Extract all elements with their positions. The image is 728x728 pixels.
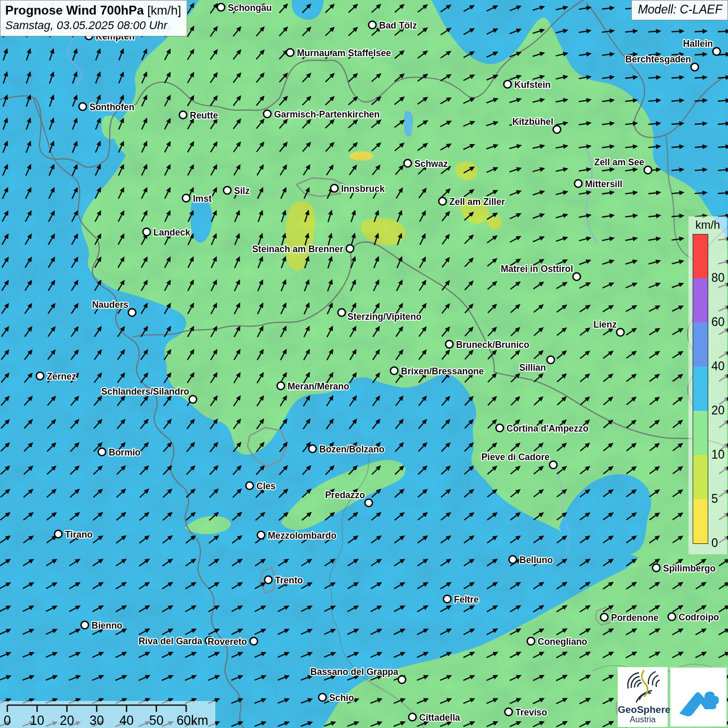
city-label: Pieve di Cadore bbox=[482, 452, 550, 462]
city-label: Tirano bbox=[65, 529, 93, 540]
model-label: Modell: C-LAEF bbox=[638, 3, 722, 16]
city-label: Trento bbox=[275, 575, 303, 586]
geosphere-name: GeoSphere bbox=[618, 705, 668, 715]
city-marker bbox=[713, 48, 720, 55]
city-marker bbox=[504, 81, 511, 88]
mountain-cloud-logo bbox=[670, 667, 727, 727]
city-marker bbox=[691, 63, 698, 71]
city-marker bbox=[319, 694, 326, 701]
legend-tick-label: 80 bbox=[711, 271, 725, 285]
map-title-unit: [km/h] bbox=[147, 3, 181, 17]
city-marker bbox=[496, 424, 503, 432]
city-marker bbox=[98, 448, 106, 456]
city-marker bbox=[36, 372, 44, 380]
city-label: Sillian bbox=[519, 362, 546, 373]
legend-tick-label: 0 bbox=[711, 536, 718, 550]
city-marker bbox=[404, 160, 411, 167]
city-marker bbox=[179, 111, 187, 119]
city-marker bbox=[575, 180, 582, 187]
city-marker bbox=[128, 309, 136, 316]
city-marker bbox=[277, 382, 284, 389]
city-marker bbox=[338, 309, 345, 316]
city-label: Garmisch-Partenkirchen bbox=[274, 109, 380, 120]
city-marker bbox=[439, 198, 446, 205]
city-label: Rovereto bbox=[207, 636, 247, 647]
city-marker bbox=[246, 482, 253, 489]
scale-bar-label: 0 bbox=[4, 713, 11, 727]
city-label: Lienz bbox=[593, 319, 617, 330]
scale-bar-label: 20 bbox=[60, 713, 74, 727]
map-subtitle: Samstag, 03.05.2025 08:00 Uhr bbox=[5, 19, 182, 32]
city-label: Berchtesgaden bbox=[626, 54, 691, 64]
geosphere-yellow-contour bbox=[642, 671, 647, 696]
city-label: Zell am Ziller bbox=[449, 197, 505, 207]
city-label: Innsbruck bbox=[341, 184, 385, 194]
city-label: Treviso bbox=[515, 707, 547, 718]
city-label: Nauders bbox=[92, 300, 128, 310]
title-box: Prognose Wind 700hPa [km/h] Samstag, 03.… bbox=[0, 0, 187, 36]
city-label: Cortina d'Ampezzo bbox=[506, 423, 589, 434]
legend-tick-label: 60 bbox=[711, 315, 725, 329]
map-title: Prognose Wind 700hPa bbox=[5, 3, 144, 17]
city-label: Sterzing/Vipiteno bbox=[347, 311, 422, 322]
city-marker bbox=[653, 564, 660, 571]
wind-forecast-map: SchongauBad TölzKemptenMurnau am Staffel… bbox=[0, 0, 728, 728]
mountain-cloud-shape bbox=[679, 691, 719, 716]
scale-bar-ticks bbox=[7, 705, 186, 712]
geosphere-country: Austria bbox=[618, 715, 668, 724]
legend-tick-label: 40 bbox=[711, 359, 725, 373]
city-marker bbox=[527, 638, 535, 645]
city-label: Silz bbox=[234, 186, 250, 196]
scale-bar-label: 60km bbox=[176, 713, 208, 727]
city-label: Spilimbergo bbox=[663, 563, 716, 574]
legend-segment bbox=[693, 322, 708, 367]
scale-bar-label: 30 bbox=[89, 713, 104, 727]
city-label: Kitzbühel bbox=[512, 116, 553, 127]
city-label: Kufstein bbox=[514, 80, 551, 90]
legend-tick-label: 10 bbox=[711, 448, 725, 462]
city-label: Codroipo bbox=[679, 612, 719, 622]
legend-segment bbox=[693, 278, 708, 323]
city-label: Mittersill bbox=[585, 179, 622, 189]
legend-segment bbox=[693, 455, 708, 500]
city-marker bbox=[250, 638, 257, 645]
city-label: Landeck bbox=[153, 227, 190, 238]
city-marker bbox=[553, 126, 561, 133]
city-marker bbox=[264, 110, 271, 118]
city-marker bbox=[391, 367, 398, 374]
city-label: Schlanders/Silandro bbox=[101, 386, 189, 397]
city-marker bbox=[369, 21, 376, 29]
city-marker bbox=[446, 341, 453, 348]
city-marker bbox=[224, 187, 231, 194]
city-marker bbox=[183, 194, 190, 202]
city-marker bbox=[331, 185, 338, 192]
city-label: Mezzolombardo bbox=[268, 530, 336, 541]
city-marker bbox=[409, 713, 416, 721]
legend-segment bbox=[693, 499, 708, 544]
city-marker bbox=[573, 273, 580, 280]
scale-bar-ruler: 0102030405060km bbox=[0, 701, 215, 728]
city-label: Imst bbox=[193, 193, 212, 204]
city-label: Zell am See bbox=[594, 157, 645, 167]
legend-tick-label: 5 bbox=[711, 492, 718, 506]
model-box: Modell: C-LAEF bbox=[631, 0, 728, 20]
city-marker bbox=[365, 499, 372, 506]
city-label: Bad Tölz bbox=[379, 20, 417, 31]
geosphere-logo: GeoSphere Austria bbox=[618, 667, 668, 727]
city-label: Bormio bbox=[109, 447, 140, 458]
city-marker bbox=[509, 556, 516, 563]
city-marker bbox=[444, 595, 451, 603]
city-label: Hallein bbox=[683, 38, 713, 49]
city-marker bbox=[644, 166, 652, 174]
city-marker bbox=[547, 356, 554, 363]
city-label: Riva del Garda bbox=[138, 636, 202, 646]
city-label: Brixen/Bressanone bbox=[401, 366, 484, 376]
city-marker bbox=[309, 445, 316, 452]
legend-segment bbox=[693, 411, 708, 456]
city-label: Schio bbox=[329, 693, 354, 703]
city-label: Predazzo bbox=[325, 490, 365, 500]
city-label: Steinach am Brenner bbox=[252, 244, 343, 254]
city-label: Belluno bbox=[519, 555, 553, 565]
city-label: Bassano del Grappa bbox=[310, 667, 398, 677]
legend-segment bbox=[693, 234, 708, 279]
